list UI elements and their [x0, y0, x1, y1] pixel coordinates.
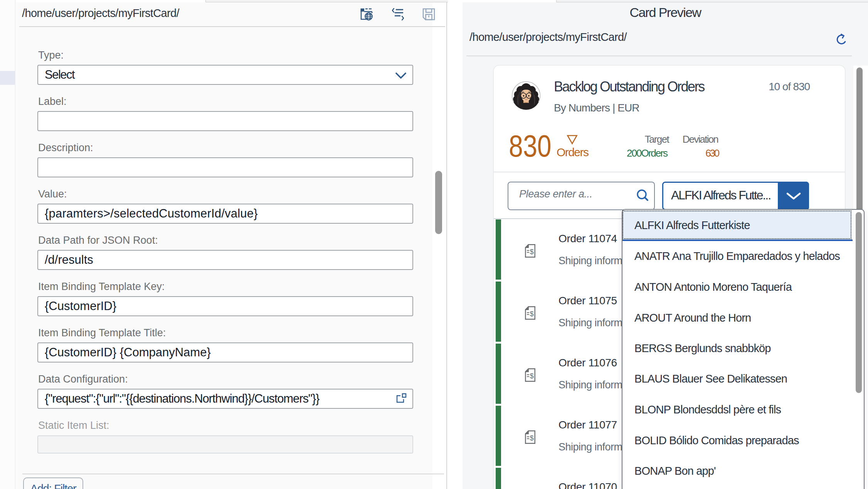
svg-text:$: $ — [530, 434, 534, 442]
svg-text:$: $ — [530, 310, 534, 318]
svg-text:$: $ — [530, 372, 534, 380]
svg-text:$: $ — [530, 248, 534, 256]
